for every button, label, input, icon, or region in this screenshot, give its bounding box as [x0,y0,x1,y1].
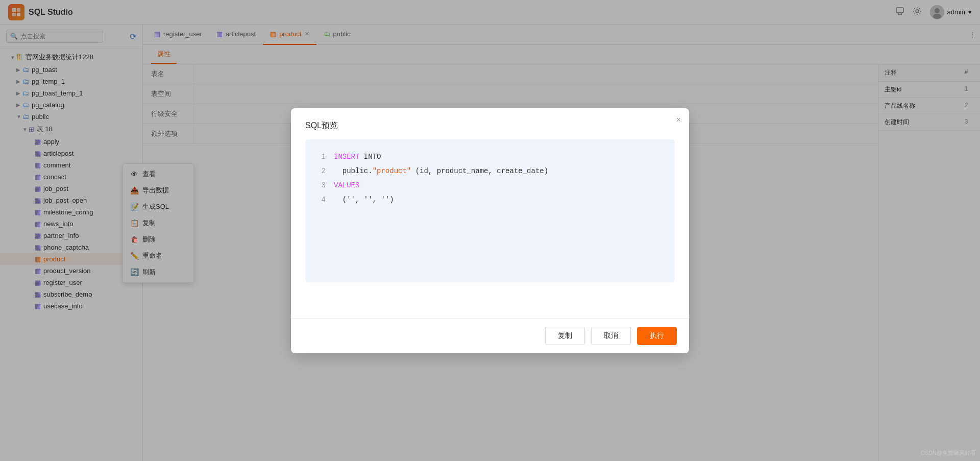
sql-plain: (id, product_name, create_date) [411,167,548,175]
modal-body: SQL预览 1 INSERT INTO 2 public."product" (… [291,108,689,318]
copy-button[interactable]: 复制 [545,327,585,345]
line-num: 3 [317,178,326,192]
watermark: CSDN@免费晓风好看 [921,449,976,457]
sql-code: public."product" (id, product_name, crea… [334,164,548,178]
sql-line-1: 1 INSERT INTO [317,150,663,164]
sql-keyword: INSERT [334,153,359,161]
line-num: 2 [317,164,326,178]
line-num: 4 [317,192,326,207]
sql-preview-modal: × SQL预览 1 INSERT INTO 2 public."product"… [291,108,689,353]
cancel-button[interactable]: 取消 [591,327,631,345]
sql-line-2: 2 public."product" (id, product_name, cr… [317,164,663,178]
sql-code: VALUES [334,178,359,192]
modal-footer: 复制 取消 执行 [291,318,689,353]
sql-code: ('', '', '') [334,192,394,207]
sql-keyword: VALUES [334,181,359,189]
sql-plain: INTO [364,153,381,161]
sql-string: "product" [373,167,411,175]
modal-overlay[interactable]: × SQL预览 1 INSERT INTO 2 public."product"… [0,0,980,461]
line-num: 1 [317,150,326,164]
sql-line-3: 3 VALUES [317,178,663,192]
execute-button[interactable]: 执行 [637,327,677,345]
modal-close-button[interactable]: × [676,115,681,125]
modal-title: SQL预览 [305,120,675,131]
sql-preview-box: 1 INSERT INTO 2 public."product" (id, pr… [305,139,675,282]
sql-code: INSERT INTO [334,150,381,164]
sql-plain: ('', '', '') [334,196,394,204]
sql-line-4: 4 ('', '', '') [317,192,663,207]
sql-plain: public. [334,167,373,175]
